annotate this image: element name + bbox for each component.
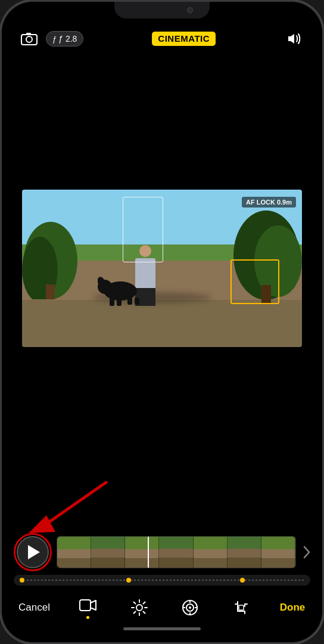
dog-silhouette xyxy=(98,270,139,306)
video-camera-icon xyxy=(79,596,97,614)
tree-left-svg xyxy=(22,213,79,299)
timeline-expand[interactable] xyxy=(301,546,310,559)
svg-rect-12 xyxy=(117,298,122,306)
camera-icon xyxy=(20,32,38,46)
volume-icon xyxy=(286,32,304,46)
red-arrow-annotation xyxy=(8,479,115,533)
video-camera-svg xyxy=(79,597,97,613)
svg-rect-11 xyxy=(110,298,114,306)
front-camera xyxy=(187,7,193,13)
play-button[interactable] xyxy=(17,536,49,568)
phone-frame: ƒ ƒ 2.8 CINEMATIC xyxy=(0,0,324,644)
bottom-area: Cancel xyxy=(2,479,322,642)
filmstrip-segment-7 xyxy=(261,537,295,568)
phone-inner: ƒ ƒ 2.8 CINEMATIC xyxy=(2,2,322,642)
video-background: AF LOCK 0.9m xyxy=(22,190,302,347)
tree-left xyxy=(22,213,79,299)
video-preview-area: AF LOCK 0.9m xyxy=(2,57,322,479)
filmstrip-segment-3 xyxy=(125,537,159,568)
play-button-wrapper xyxy=(14,533,52,571)
home-indicator xyxy=(123,627,201,630)
svg-rect-5 xyxy=(46,284,55,299)
svg-rect-14 xyxy=(135,298,139,305)
aperture-badge[interactable]: ƒ ƒ 2.8 xyxy=(46,31,83,47)
arrow-annotation-area xyxy=(2,479,322,533)
aperture-f-symbol: ƒ xyxy=(52,35,57,44)
adjust-button[interactable] xyxy=(126,599,152,617)
svg-marker-17 xyxy=(29,515,55,533)
video-camera-button[interactable] xyxy=(75,596,101,619)
video-camera-active-dot xyxy=(86,616,89,619)
filmstrip-segment-6 xyxy=(228,537,261,568)
svg-line-16 xyxy=(43,482,106,526)
svg-line-24 xyxy=(133,602,135,604)
svg-line-25 xyxy=(143,612,145,614)
dog-svg xyxy=(98,270,139,306)
cinematic-label: CINEMATIC xyxy=(158,33,210,44)
adjust-svg xyxy=(131,599,148,616)
focus-point-1 xyxy=(20,578,24,583)
focus-point-3 xyxy=(240,578,245,583)
focus-svg xyxy=(182,599,198,616)
play-icon xyxy=(28,545,40,559)
aperture-value: ƒ 2.8 xyxy=(58,34,77,44)
crop-svg xyxy=(233,599,250,616)
focus-track-line xyxy=(27,580,304,581)
cancel-button[interactable]: Cancel xyxy=(18,602,50,614)
toolbar: Cancel xyxy=(2,589,322,624)
timeline-strip[interactable] xyxy=(57,536,296,568)
top-left-controls: ƒ ƒ 2.8 xyxy=(18,28,83,49)
video-frame[interactable]: AF LOCK 0.9m xyxy=(22,190,302,347)
focus-icon xyxy=(181,599,199,617)
svg-rect-13 xyxy=(127,298,132,305)
svg-point-19 xyxy=(136,605,142,611)
filmstrip-segment-1 xyxy=(57,537,91,568)
svg-point-30 xyxy=(189,606,191,609)
timeline-playhead[interactable] xyxy=(148,537,149,568)
focus-point-2 xyxy=(126,578,131,583)
crop-button[interactable] xyxy=(228,599,254,617)
filmstrip-segment-4 xyxy=(159,537,193,568)
af-lock-box xyxy=(123,197,163,262)
af-lock-label: AF LOCK 0.9m xyxy=(242,197,296,208)
chevron-right-icon xyxy=(303,546,310,559)
filmstrip-segment-2 xyxy=(91,537,125,568)
adjust-icon xyxy=(130,599,148,617)
svg-line-27 xyxy=(133,612,135,614)
timeline-container xyxy=(2,533,322,571)
cinematic-badge[interactable]: CINEMATIC xyxy=(152,32,216,46)
svg-rect-35 xyxy=(239,605,244,610)
svg-point-1 xyxy=(26,36,32,42)
camera-mode-button[interactable] xyxy=(18,28,40,49)
svg-line-26 xyxy=(143,602,145,604)
notch xyxy=(114,2,210,18)
focus-button[interactable] xyxy=(177,599,203,617)
focus-track-bar[interactable] xyxy=(14,575,310,586)
filmstrip-segment-5 xyxy=(194,537,228,568)
svg-rect-18 xyxy=(80,600,91,611)
svg-rect-2 xyxy=(26,33,31,35)
done-button[interactable]: Done xyxy=(279,602,306,614)
tracking-box-orange xyxy=(230,259,279,304)
volume-button[interactable] xyxy=(284,28,306,49)
crop-icon xyxy=(232,599,250,617)
